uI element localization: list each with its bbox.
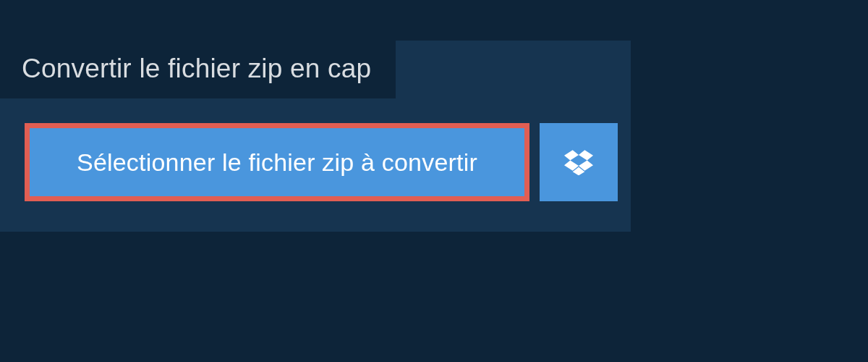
select-file-label: Sélectionner le fichier zip à convertir bbox=[77, 148, 477, 177]
button-row: Sélectionner le fichier zip à convertir bbox=[25, 123, 631, 201]
select-button-highlight: Sélectionner le fichier zip à convertir bbox=[25, 123, 529, 201]
converter-panel: Convertir le fichier zip en cap Sélectio… bbox=[0, 41, 631, 232]
page-title: Convertir le fichier zip en cap bbox=[22, 54, 371, 83]
dropbox-icon bbox=[564, 149, 593, 175]
tab-header: Convertir le fichier zip en cap bbox=[0, 41, 396, 98]
select-file-button[interactable]: Sélectionner le fichier zip à convertir bbox=[30, 128, 524, 196]
dropbox-button[interactable] bbox=[540, 123, 618, 201]
